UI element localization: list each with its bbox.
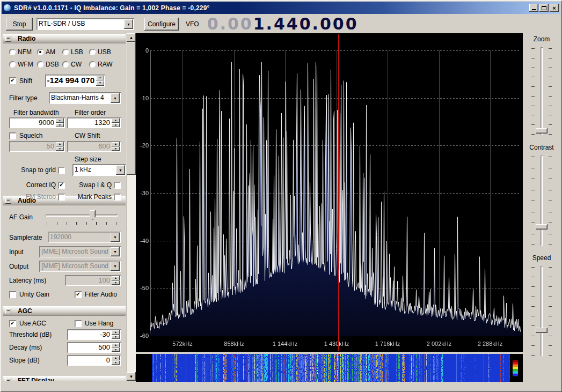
shift-checkbox[interactable]: ✔ bbox=[9, 77, 16, 84]
mode-radio-wfm[interactable] bbox=[9, 61, 16, 68]
slope-spinner[interactable]: 0 ▲▼ bbox=[67, 355, 121, 366]
step-size-select[interactable]: 1 kHz ▼ bbox=[72, 164, 126, 176]
scrollbar-down-icon[interactable]: ▼ bbox=[127, 372, 136, 381]
spinner-up-icon: ▲ bbox=[56, 142, 64, 146]
filter-order-spinner[interactable]: 1320 ▲▼ bbox=[67, 117, 121, 128]
mode-usb[interactable]: USB bbox=[89, 48, 120, 56]
af-gain-ticks bbox=[47, 222, 118, 225]
use-agc-checkbox[interactable]: ✔ bbox=[9, 320, 16, 327]
audio-panel: − Audio AF Gain Sa bbox=[3, 196, 126, 306]
mode-radio-cw[interactable] bbox=[62, 61, 69, 68]
spinner-up-icon[interactable]: ▲ bbox=[112, 356, 120, 360]
close-button[interactable]: × bbox=[550, 4, 559, 12]
chevron-down-icon[interactable]: ▼ bbox=[124, 19, 133, 29]
spinner-up-icon[interactable]: ▲ bbox=[56, 119, 64, 123]
filter-bandwidth-label: Filter bandwidth bbox=[9, 109, 65, 116]
chevron-down-icon[interactable]: ▼ bbox=[111, 93, 120, 103]
zoom-slider[interactable] bbox=[529, 44, 554, 138]
mode-dsb[interactable]: DSB bbox=[37, 61, 62, 68]
mode-radio-am[interactable] bbox=[37, 49, 43, 55]
filter-order-label: Filter order bbox=[67, 109, 121, 116]
scrollbar-thumb[interactable] bbox=[127, 42, 136, 175]
mode-lsb[interactable]: LSB bbox=[62, 48, 89, 56]
spinner-down-icon[interactable]: ▼ bbox=[112, 123, 120, 128]
waterfall-display[interactable] bbox=[136, 354, 523, 382]
frequency-dim-digits[interactable]: 0.00 bbox=[207, 16, 253, 32]
threshold-value[interactable]: -30 bbox=[67, 329, 112, 340]
configure-button[interactable]: Configure bbox=[144, 18, 179, 31]
display-area bbox=[136, 33, 523, 383]
swap-iq-checkbox[interactable] bbox=[114, 182, 121, 189]
mode-radio-lsb[interactable] bbox=[62, 49, 69, 55]
squelch-checkbox[interactable] bbox=[9, 132, 16, 139]
filter-type-select[interactable]: Blackman-Harris 4 ▼ bbox=[49, 92, 121, 104]
spinner-up-icon[interactable]: ▲ bbox=[96, 76, 104, 80]
minimize-button[interactable] bbox=[529, 4, 538, 12]
mode-usb-label: USB bbox=[98, 48, 111, 56]
mode-am[interactable]: AM bbox=[37, 48, 62, 56]
spinner-down-icon[interactable]: ▼ bbox=[112, 348, 120, 352]
mode-cw[interactable]: CW bbox=[62, 61, 89, 68]
snap-to-grid-checkbox[interactable] bbox=[58, 167, 65, 174]
slope-value[interactable]: 0 bbox=[67, 355, 112, 366]
agc-panel-header[interactable]: − AGC bbox=[3, 306, 126, 316]
shift-value[interactable]: -124 994 070 bbox=[45, 75, 96, 87]
decay-spinner[interactable]: 500 ▲▼ bbox=[67, 342, 121, 353]
speed-slider-thumb[interactable] bbox=[536, 328, 548, 333]
spinner-up-icon[interactable]: ▲ bbox=[112, 343, 120, 347]
slider-channel[interactable] bbox=[541, 156, 543, 246]
spinner-down-icon[interactable]: ▼ bbox=[96, 81, 104, 86]
filter-audio-checkbox[interactable]: ✔ bbox=[75, 291, 82, 298]
mode-radio-dsb[interactable] bbox=[37, 61, 43, 68]
af-gain-slider[interactable] bbox=[45, 210, 119, 225]
filter-bandwidth-spinner[interactable]: 9000 ▲▼ bbox=[9, 117, 65, 128]
scrollbar-up-icon[interactable]: ▲ bbox=[127, 33, 136, 42]
device-select[interactable]: RTL-SDR / USB ▼ bbox=[37, 18, 134, 30]
mode-wfm[interactable]: WFM bbox=[9, 61, 37, 68]
shift-spinner[interactable]: -124 994 070 ▲▼ bbox=[45, 75, 105, 87]
stop-button[interactable]: Stop bbox=[6, 18, 33, 31]
fft-panel-header[interactable]: − FFT Display bbox=[3, 376, 126, 381]
af-gain-thumb[interactable] bbox=[90, 210, 96, 220]
collapse-minus-icon[interactable]: − bbox=[5, 198, 11, 204]
mode-nfm-label: NFM bbox=[18, 48, 32, 56]
mode-nfm[interactable]: NFM bbox=[9, 48, 37, 56]
slider-channel[interactable] bbox=[541, 266, 543, 356]
spinner-down-icon[interactable]: ▼ bbox=[112, 335, 120, 339]
mode-radio-raw[interactable] bbox=[89, 61, 96, 68]
unity-gain-checkbox[interactable] bbox=[9, 291, 16, 298]
correct-iq-checkbox[interactable]: ✔ bbox=[58, 182, 65, 189]
radio-panel-header[interactable]: − Radio bbox=[3, 34, 126, 43]
slider-channel[interactable] bbox=[541, 47, 543, 135]
spinner-down-icon[interactable]: ▼ bbox=[56, 123, 64, 128]
spinner-up-icon[interactable]: ▲ bbox=[112, 119, 120, 123]
mode-radio-nfm[interactable] bbox=[9, 49, 16, 55]
filter-bandwidth-value[interactable]: 9000 bbox=[9, 117, 56, 128]
speed-slider[interactable] bbox=[529, 263, 554, 359]
frequency-display[interactable]: 0.00 1.440.000 bbox=[207, 16, 359, 32]
title-bar[interactable]: SDR# v1.0.0.1171 - IQ Imbalance: Gain = … bbox=[2, 2, 560, 14]
maximize-button[interactable] bbox=[539, 4, 549, 12]
use-hang-checkbox[interactable] bbox=[75, 320, 82, 327]
threshold-spinner[interactable]: -30 ▲▼ bbox=[67, 329, 121, 340]
mode-radio-usb[interactable] bbox=[89, 49, 96, 55]
chevron-down-icon[interactable]: ▼ bbox=[116, 165, 125, 175]
filter-order-value[interactable]: 1320 bbox=[67, 117, 112, 128]
zoom-slider-thumb[interactable] bbox=[536, 128, 548, 134]
decay-value[interactable]: 500 bbox=[67, 342, 112, 353]
sidebar-scrollbar[interactable]: ▲ ▼ bbox=[127, 33, 136, 381]
spinner-up-icon[interactable]: ▲ bbox=[112, 330, 120, 335]
mode-raw[interactable]: RAW bbox=[89, 61, 120, 68]
collapse-minus-icon[interactable]: − bbox=[5, 36, 11, 42]
af-gain-track[interactable] bbox=[46, 215, 118, 217]
spinner-down-icon[interactable]: ▼ bbox=[112, 361, 120, 365]
spectrum-display[interactable] bbox=[136, 33, 523, 352]
mark-peaks-checkbox[interactable] bbox=[114, 194, 121, 201]
filter-audio-label: Filter Audio bbox=[85, 291, 117, 298]
frequency-main-digits[interactable]: 1.440.000 bbox=[253, 16, 359, 32]
contrast-slider-thumb[interactable] bbox=[536, 224, 548, 230]
collapse-minus-icon[interactable]: − bbox=[5, 308, 11, 314]
tick-mark bbox=[549, 267, 552, 268]
contrast-slider[interactable] bbox=[529, 152, 554, 249]
collapse-minus-icon[interactable]: − bbox=[5, 378, 11, 381]
